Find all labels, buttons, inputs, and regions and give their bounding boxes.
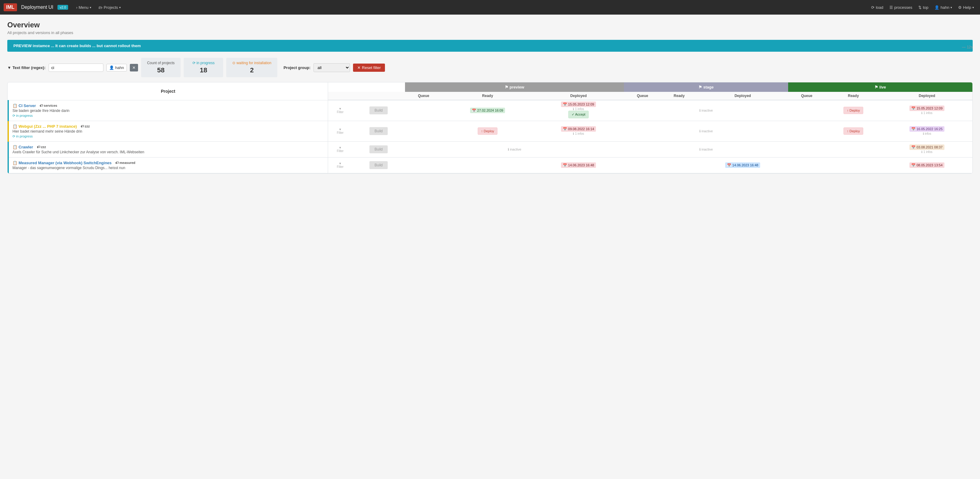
- project-cell: 📋 Measured Manager (via Webhook) SwitchE…: [8, 157, 328, 173]
- live-ready-cell[interactable]: ↑ Deploy: [825, 121, 881, 142]
- user-icon: 👤: [109, 65, 114, 70]
- stage-ready-cell[interactable]: [661, 157, 697, 173]
- tag-icon: 🏷: [40, 104, 43, 107]
- live-ready-cell[interactable]: [825, 142, 881, 157]
- help-link[interactable]: ⚙ Help ▾: [956, 4, 976, 11]
- preview-ready-cell[interactable]: [442, 157, 533, 173]
- filter-clear-button[interactable]: ✕: [130, 64, 138, 72]
- proj-icon: 📋: [13, 161, 18, 165]
- build-cell[interactable]: Build: [352, 157, 405, 173]
- project-desc: Axels Crawler für Suche und Linkchecker …: [13, 150, 324, 154]
- app-title: Deployment UI: [21, 5, 54, 10]
- live-queue-cell: [788, 157, 825, 173]
- date-label: 📅 03.08.2021 08:37: [910, 145, 944, 150]
- text-filter-input[interactable]: [49, 64, 103, 72]
- col-live-ready: Ready: [825, 92, 881, 100]
- col-preview-deployed: Deployed: [533, 92, 624, 100]
- env-header-live: ⚑ live: [788, 83, 972, 92]
- live-deployed-cell[interactable]: 📅 15.05.2023 12:09 ℹ 1 infos: [881, 100, 972, 121]
- progress-icon: ⟳: [192, 61, 196, 65]
- filter-toggle[interactable]: ▼Filter: [330, 107, 350, 114]
- filter-cell[interactable]: ▼Filter: [328, 121, 352, 142]
- stage-deployed-cell[interactable]: 📅 14.06.2023 16:48: [697, 157, 788, 173]
- preview-deployed-cell[interactable]: 📅 09.08.2022 16:14 ℹ 1 infos: [533, 121, 624, 142]
- live-deployed-cell[interactable]: 📅 16.05.2022 16:25 ℹ infos: [881, 121, 972, 142]
- live-deployed-cell[interactable]: 📅 08.05.2023 13:54: [881, 157, 972, 173]
- tag-icon: 🏷: [115, 161, 119, 164]
- preview-deployed-cell[interactable]: 📅 14.06.2023 16:48: [533, 157, 624, 173]
- col-stage-deployed: Deployed: [697, 92, 788, 100]
- infos-link[interactable]: ℹ 1 infos: [535, 132, 622, 135]
- project-name[interactable]: 📋 CI Server 🏷 services: [13, 103, 324, 108]
- preview-ready-cell[interactable]: 📅 27.02.2024 16:09: [442, 100, 533, 121]
- progress-icon: ⟳: [13, 134, 15, 138]
- preview-ready-cell[interactable]: ↑ Deploy: [442, 121, 533, 142]
- filter-cell[interactable]: ▼Filter: [328, 157, 352, 173]
- build-cell[interactable]: Build: [352, 142, 405, 157]
- live-ready-cell[interactable]: [825, 157, 881, 173]
- infos-link[interactable]: ℹ infos: [884, 132, 970, 135]
- project-tag: 🏷 services: [40, 104, 57, 107]
- date-label: 📅 14.06.2023 16:48: [725, 162, 760, 168]
- timer-badge: — 12s: [962, 45, 973, 49]
- col-stage-queue: Queue: [624, 92, 661, 100]
- version-badge: v2.0: [57, 5, 68, 10]
- flag-icon: ⚑: [505, 85, 508, 89]
- table-row: 📋 Measured Manager (via Webhook) SwitchE…: [8, 157, 972, 173]
- filter-cell[interactable]: ▼Filter: [328, 142, 352, 157]
- load-link[interactable]: ⟳ load: [869, 4, 886, 11]
- build-button[interactable]: Build: [369, 145, 388, 153]
- top-link[interactable]: ⇅ top: [916, 4, 931, 11]
- build-cell[interactable]: Build: [352, 100, 405, 121]
- build-cell[interactable]: Build: [352, 121, 405, 142]
- funnel-icon: ▼: [7, 65, 11, 70]
- project-desc: Hier badet niemand mehr seine Hände drin: [13, 129, 324, 134]
- processes-icon: ☰: [889, 5, 893, 10]
- project-tag: 🏷 zzz: [37, 145, 46, 149]
- project-name[interactable]: 📋 Measured Manager (via Webhook) SwitchE…: [13, 161, 324, 165]
- chevron-down-icon: ▾: [90, 6, 91, 9]
- project-group-select[interactable]: all services zzz measured: [313, 63, 350, 72]
- project-status: ⟳ in progress: [13, 134, 324, 138]
- deploy-button[interactable]: ↑ Deploy: [843, 127, 863, 135]
- project-name[interactable]: 📋 Crawler 🏷 zzz: [13, 145, 324, 149]
- preview-queue-cell: [405, 100, 442, 121]
- projects-table: Project ⚑ preview ⚑ stage ⚑ live: [8, 83, 972, 173]
- filter-cell[interactable]: ▼Filter: [328, 100, 352, 121]
- chevron-down-icon: ▾: [119, 6, 121, 9]
- preview-banner-text: PREVIEW instamce ... It can create build…: [13, 43, 141, 48]
- processes-link[interactable]: ☰ processes: [887, 4, 915, 11]
- date-label: 📅 15.05.2023 12:09: [561, 102, 596, 107]
- user-link[interactable]: 👤 hahn ▾: [932, 4, 955, 11]
- deploy-button[interactable]: ↑ Deploy: [843, 107, 863, 114]
- load-icon: ⟳: [871, 5, 875, 10]
- build-button[interactable]: Build: [369, 161, 388, 169]
- preview-banner: PREVIEW instamce ... It can create build…: [7, 40, 973, 52]
- build-button[interactable]: Build: [369, 127, 388, 135]
- live-deployed-cell[interactable]: 📅 03.08.2021 08:37 ℹ 1 infos: [881, 142, 972, 157]
- navbar: IML Deployment UI v2.0 › Menu ▾ 🗁 Projec…: [0, 0, 980, 14]
- reset-filter-button[interactable]: ✕ Reset filter: [353, 64, 385, 72]
- deploy-button[interactable]: ↑ Deploy: [478, 127, 498, 135]
- menu-link[interactable]: › Menu ▾: [73, 4, 94, 11]
- filter-toggle[interactable]: ▼Filter: [330, 162, 350, 169]
- preview-deployed-cell[interactable]: 📅 15.05.2023 12:09 ℹ 1 infos✓ Accept: [533, 100, 624, 121]
- user-icon: 👤: [934, 5, 939, 10]
- accept-button[interactable]: ✓ Accept: [568, 111, 589, 118]
- project-tag: 🏷 zzz: [81, 124, 90, 128]
- infos-link[interactable]: ℹ 1 infos: [884, 111, 970, 115]
- page-title: Overview: [7, 21, 973, 29]
- projects-link[interactable]: 🗁 Projects ▾: [96, 4, 123, 11]
- project-name[interactable]: 📋 Webgui (Zzz ... PHP 7 instance) 🏷 zzz: [13, 124, 324, 129]
- build-button[interactable]: Build: [369, 107, 388, 115]
- in-progress-card: ⟳ in progress 18: [184, 58, 223, 77]
- live-ready-cell[interactable]: ↑ Deploy: [825, 100, 881, 121]
- filter-toggle[interactable]: ▼Filter: [330, 146, 350, 153]
- table-row: 📋 Webgui (Zzz ... PHP 7 instance) 🏷 zzz …: [8, 121, 972, 142]
- infos-link[interactable]: ℹ 1 infos: [535, 107, 622, 111]
- infos-link[interactable]: ℹ 1 infos: [884, 150, 970, 154]
- filter-toggle[interactable]: ▼Filter: [330, 128, 350, 134]
- top-icon: ⇅: [918, 5, 922, 10]
- tag-icon: 🏷: [81, 124, 84, 128]
- proj-icon: 📋: [13, 103, 18, 108]
